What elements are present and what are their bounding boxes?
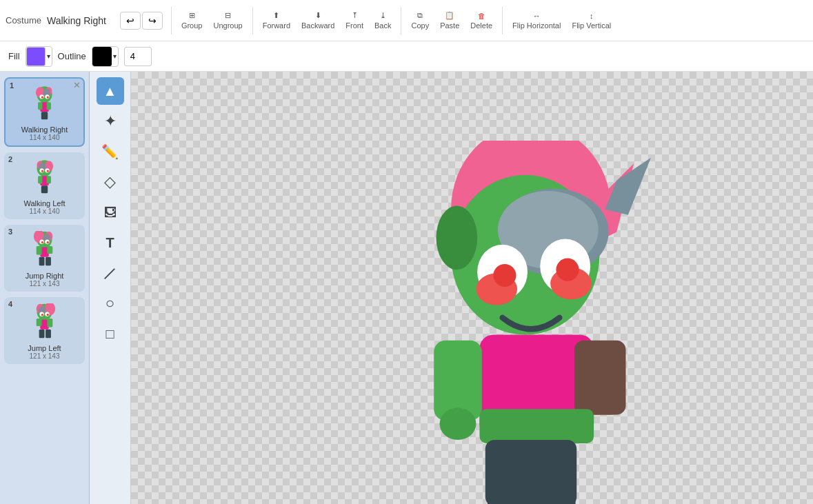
- costume-size-3: 121 x 143: [30, 280, 60, 288]
- outline-width-input[interactable]: [124, 47, 152, 66]
- svg-rect-44: [39, 329, 45, 338]
- costume-item-3[interactable]: 3 Jump Right: [4, 225, 85, 292]
- reshape-icon: ✦: [104, 112, 117, 130]
- forward-label: Forward: [263, 21, 290, 30]
- front-label: Front: [345, 21, 363, 30]
- svg-rect-45: [46, 329, 51, 338]
- costume-name-4: Jump Left: [28, 344, 61, 352]
- sep4: [502, 7, 503, 34]
- svg-rect-32: [46, 256, 51, 265]
- svg-rect-29: [37, 246, 42, 255]
- costume-name-2: Walking Left: [23, 199, 65, 208]
- svg-point-22: [41, 170, 43, 172]
- back-button[interactable]: ⤓ Back: [370, 8, 395, 32]
- fill-label: Fill: [8, 51, 20, 61]
- forward-button[interactable]: ⬆ Forward: [259, 8, 294, 32]
- outline-dropdown-arrow[interactable]: ▾: [112, 52, 118, 60]
- svg-point-10: [41, 96, 43, 98]
- back-label: Back: [374, 21, 391, 30]
- ungroup-button[interactable]: ⊟ Ungroup: [209, 8, 246, 32]
- fill-swatch[interactable]: [26, 47, 46, 66]
- flip-h-icon: ↔: [533, 12, 541, 20]
- svg-point-35: [41, 241, 43, 243]
- main-sprite: [400, 141, 662, 504]
- svg-point-65: [440, 408, 476, 440]
- text-tool-button[interactable]: T: [97, 229, 124, 256]
- front-button[interactable]: ⤒ Front: [341, 8, 368, 32]
- undo-button[interactable]: ↩: [120, 12, 141, 30]
- backward-button[interactable]: ⬇ Backward: [297, 8, 339, 32]
- delete-button[interactable]: 🗑 Delete: [466, 9, 496, 32]
- brush-tool-button[interactable]: ✏️: [97, 138, 124, 165]
- svg-rect-43: [47, 319, 52, 327]
- outline-label: Outline: [58, 51, 86, 61]
- format-toolbar: Fill ▾ Outline ▾: [0, 41, 813, 72]
- front-icon: ⤒: [352, 11, 358, 20]
- tools-panel: ▲ ✦ ✏️ ◇ ⛾ T | ○ □: [90, 72, 131, 504]
- main-area: 1 ✕ Walking R: [0, 72, 813, 504]
- reshape-tool-button[interactable]: ✦: [97, 108, 124, 135]
- forward-icon: ⬆: [273, 11, 279, 20]
- paste-button[interactable]: 📋 Paste: [436, 8, 463, 32]
- svg-point-11: [47, 96, 49, 98]
- backward-icon: ⬇: [315, 11, 321, 20]
- paste-label: Paste: [440, 21, 459, 30]
- svg-rect-30: [47, 246, 52, 254]
- fill-tool-button[interactable]: ⛾: [97, 199, 124, 226]
- costume-item-1[interactable]: 1 ✕ Walking R: [4, 77, 85, 147]
- circle-tool-button[interactable]: ○: [97, 290, 124, 317]
- outline-control: ▾: [92, 46, 119, 67]
- back-icon: ⤓: [380, 11, 386, 20]
- delete-label: Delete: [470, 21, 492, 30]
- backward-label: Backward: [301, 21, 334, 30]
- svg-rect-19: [41, 185, 48, 193]
- costume-thumb-1: [24, 83, 66, 124]
- fill-dropdown-arrow[interactable]: ▾: [46, 52, 52, 60]
- group-button[interactable]: ⊞ Group: [177, 8, 207, 32]
- costume-thumb-2: [24, 157, 66, 198]
- costume-thumb-3: [24, 229, 66, 270]
- rect-tool-button[interactable]: □: [97, 320, 124, 347]
- svg-rect-67: [574, 341, 626, 415]
- svg-point-48: [41, 313, 43, 315]
- sprite-container: [400, 141, 662, 504]
- costume-item-4[interactable]: 4 Jump Left 1: [4, 297, 85, 364]
- costumes-panel: 1 ✕ Walking R: [0, 72, 90, 504]
- select-icon: ▲: [103, 83, 117, 99]
- svg-point-61: [493, 264, 516, 287]
- canvas-area[interactable]: [131, 72, 813, 504]
- delete-icon: 🗑: [478, 12, 485, 20]
- paste-icon: 📋: [445, 11, 454, 20]
- svg-rect-70: [488, 472, 526, 504]
- flip-vertical-button[interactable]: ↕ Flip Vertical: [568, 9, 615, 32]
- sep3: [401, 7, 401, 34]
- costume-delete-1[interactable]: ✕: [73, 80, 81, 90]
- flip-v-icon: ↕: [590, 12, 594, 20]
- svg-point-54: [436, 205, 478, 270]
- copy-icon: ⧉: [417, 11, 423, 20]
- select-tool-button[interactable]: ▲: [97, 77, 124, 105]
- fill-icon: ⛾: [104, 205, 117, 220]
- ungroup-label: Ungroup: [213, 21, 242, 30]
- costume-size-4: 121 x 143: [30, 352, 60, 360]
- eraser-tool-button[interactable]: ◇: [97, 168, 124, 196]
- svg-rect-17: [38, 176, 42, 183]
- copy-button[interactable]: ⧉ Copy: [407, 8, 433, 32]
- line-tool-button[interactable]: |: [97, 259, 124, 287]
- svg-rect-6: [47, 102, 51, 110]
- flip-v-label: Flip Vertical: [572, 21, 611, 30]
- circle-icon: ○: [106, 294, 114, 312]
- flip-horizontal-button[interactable]: ↔ Flip Horizontal: [508, 9, 565, 32]
- main-toolbar: Costume Walking Right ↩ ↪ ⊞ Group ⊟ Ungr…: [0, 0, 813, 41]
- svg-point-23: [47, 170, 49, 172]
- costume-item-2[interactable]: 2 Walking Left 114 x 140: [4, 152, 85, 219]
- svg-rect-5: [38, 102, 42, 110]
- outline-swatch[interactable]: [92, 47, 112, 66]
- fill-control: ▾: [26, 46, 52, 67]
- group-icon: ⊞: [189, 11, 195, 20]
- redo-button[interactable]: ↪: [142, 12, 163, 30]
- svg-point-49: [47, 313, 49, 315]
- costume-size-1: 114 x 140: [30, 134, 60, 141]
- eraser-icon: ◇: [104, 173, 116, 191]
- ungroup-icon: ⊟: [225, 11, 231, 20]
